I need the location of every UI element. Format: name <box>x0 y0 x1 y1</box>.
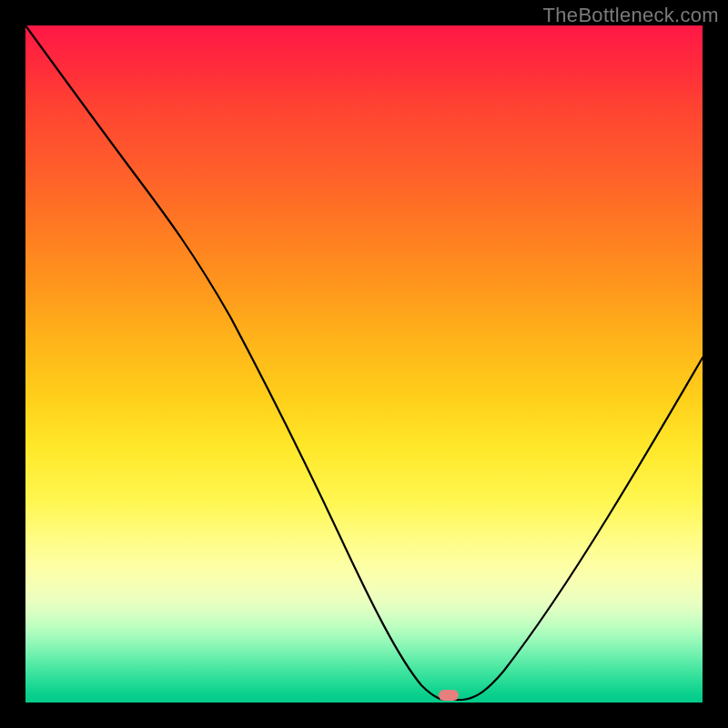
plot-area <box>25 25 703 703</box>
bottleneck-curve <box>25 25 703 703</box>
optimal-marker <box>439 690 459 701</box>
chart-frame: TheBottleneck.com <box>0 0 728 728</box>
curve-path <box>25 25 703 700</box>
watermark-text: TheBottleneck.com <box>543 4 719 27</box>
